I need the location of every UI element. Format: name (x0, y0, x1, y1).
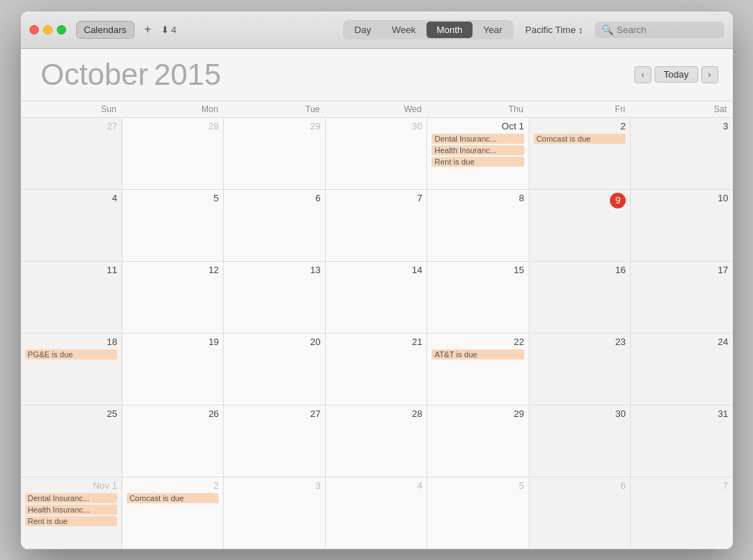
calendar-cell[interactable]: 28 (326, 405, 427, 477)
calendar-cell[interactable]: 24 (631, 334, 732, 405)
calendar-event[interactable]: PG&E is due (25, 349, 117, 359)
day-header-sat: Sat (631, 101, 732, 117)
day-number: 28 (330, 408, 422, 419)
calendar-cell[interactable]: 29 (427, 405, 529, 477)
day-tab[interactable]: Day (344, 22, 381, 38)
calendar-event[interactable]: Rent is due (432, 157, 524, 167)
day-number: 18 (25, 336, 117, 347)
calendar-cell[interactable]: 2Comcast is due (122, 477, 224, 549)
calendar-event[interactable]: Dental Insuranc... (432, 134, 524, 144)
day-number: 16 (534, 265, 626, 275)
add-event-button[interactable]: + (140, 22, 155, 37)
calendar-cell[interactable]: 7 (631, 477, 732, 549)
calendar-cell[interactable]: 5 (427, 477, 529, 549)
calendar-cell[interactable]: 21 (326, 334, 427, 405)
day-number: 3 (635, 121, 728, 132)
today-badge: 9 (610, 193, 626, 208)
calendar-cell[interactable]: 6 (529, 477, 631, 549)
calendar-cell[interactable]: 26 (122, 405, 224, 477)
calendar-event[interactable]: Comcast is due (534, 134, 626, 144)
day-header-sun: Sun (21, 101, 122, 117)
calendar-cell[interactable]: 20 (224, 334, 325, 405)
day-number: 4 (330, 480, 422, 491)
day-number: 20 (228, 336, 320, 347)
view-tabs: Day Week Month Year (343, 20, 514, 40)
calendar-cell[interactable]: 25 (21, 405, 122, 477)
calendar-cell[interactable]: 6 (224, 190, 325, 262)
calendar-cell[interactable]: Nov 1Dental Insuranc...Health Insuranc..… (21, 477, 122, 549)
day-number: 3 (228, 480, 320, 491)
day-number: 14 (330, 265, 422, 275)
calendar-cell[interactable]: 4 (21, 190, 122, 262)
calendars-button[interactable]: Calendars (76, 21, 134, 39)
search-bar: 🔍 (595, 22, 724, 38)
day-number: Oct 1 (432, 121, 524, 132)
calendar-cell[interactable]: 4 (326, 477, 427, 549)
day-number: 5 (432, 480, 524, 491)
calendar-cell[interactable]: 15 (427, 262, 529, 334)
calendar-event[interactable]: Dental Insuranc... (25, 493, 117, 503)
calendar-cell[interactable]: 28 (122, 118, 224, 190)
download-count: 4 (171, 24, 176, 35)
week-tab[interactable]: Week (382, 22, 426, 38)
calendar-cell[interactable]: 5 (122, 190, 224, 262)
calendar-cell[interactable]: 3 (631, 118, 732, 190)
minimize-button[interactable] (43, 25, 53, 35)
calendar-cell[interactable]: 7 (326, 190, 427, 262)
search-icon: 🔍 (602, 24, 613, 35)
download-badge: ⬇ 4 (161, 24, 176, 35)
day-number: 30 (330, 121, 422, 132)
calendar-cell[interactable]: 27 (224, 405, 325, 477)
day-number: 29 (228, 121, 320, 132)
day-number: 21 (330, 336, 422, 347)
calendar-cell[interactable]: 30 (529, 405, 631, 477)
calendar-cell[interactable]: 30 (326, 118, 427, 190)
calendar-cell[interactable]: 16 (529, 262, 631, 334)
calendar-cell[interactable]: 10 (631, 190, 732, 262)
month-label: October (41, 58, 148, 91)
calendar-cell[interactable]: 31 (631, 405, 732, 477)
calendar-event[interactable]: Comcast is due (127, 493, 219, 503)
next-month-button[interactable]: › (701, 66, 718, 83)
search-input[interactable] (617, 24, 717, 35)
download-icon: ⬇ (161, 24, 169, 35)
calendar-event[interactable]: Health Insuranc... (25, 505, 117, 515)
calendar-cell[interactable]: 8 (427, 190, 529, 262)
month-tab[interactable]: Month (426, 22, 473, 38)
day-number: 30 (534, 408, 626, 419)
day-number: 10 (635, 193, 728, 203)
calendar-cell[interactable]: 27 (21, 118, 122, 190)
calendar-cell[interactable]: 19 (122, 334, 224, 405)
traffic-lights (29, 25, 66, 35)
calendar-event[interactable]: Rent is due (25, 516, 117, 526)
day-number: Nov 1 (25, 480, 117, 491)
calendar-cell[interactable]: 29 (224, 118, 325, 190)
today-button[interactable]: Today (654, 66, 698, 83)
calendar-cell[interactable]: 18PG&E is due (21, 334, 122, 405)
calendar-header: October2015 ‹ Today › (21, 49, 733, 101)
calendar-cell[interactable]: 23 (529, 334, 631, 405)
year-label: 2015 (154, 58, 221, 91)
day-number: 22 (432, 336, 524, 347)
calendar-cell[interactable]: Oct 1Dental Insuranc...Health Insuranc..… (427, 118, 529, 190)
day-number: 17 (635, 265, 728, 275)
calendar-window: Calendars + ⬇ 4 Day Week Month Year Paci… (21, 12, 733, 549)
calendar-event[interactable]: Health Insuranc... (432, 145, 524, 155)
year-tab[interactable]: Year (473, 22, 512, 38)
day-number: 6 (228, 193, 320, 203)
calendar-cell[interactable]: 17 (631, 262, 732, 334)
calendar-cell[interactable]: 9 (529, 190, 631, 262)
calendar-event[interactable]: AT&T is due (432, 349, 524, 359)
calendar-cell[interactable]: 12 (122, 262, 224, 334)
calendar-cell[interactable]: 3 (224, 477, 325, 549)
calendar-cell[interactable]: 13 (224, 262, 325, 334)
prev-month-button[interactable]: ‹ (634, 66, 652, 83)
calendar-cell[interactable]: 22AT&T is due (427, 334, 529, 405)
calendar-cell[interactable]: 11 (21, 262, 122, 334)
calendar-cell[interactable]: 2Comcast is due (529, 118, 631, 190)
day-number: 19 (127, 336, 219, 347)
calendar-cell[interactable]: 14 (326, 262, 427, 334)
maximize-button[interactable] (57, 25, 66, 35)
close-button[interactable] (29, 25, 39, 35)
timezone-button[interactable]: Pacific Time ↕ (519, 22, 588, 38)
